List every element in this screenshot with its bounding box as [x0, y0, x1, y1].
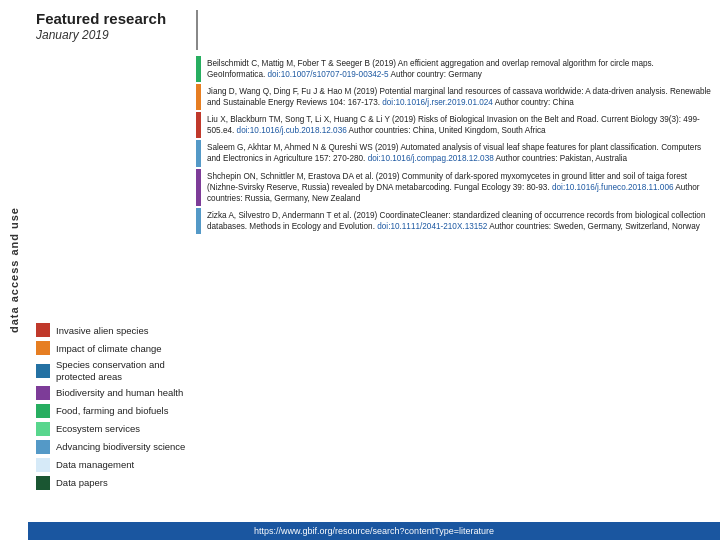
legend-item: Food, farming and biofuels — [36, 404, 196, 418]
legend-item-label: Ecosystem services — [56, 423, 140, 434]
article-entry: Liu X, Blackburn TM, Song T, Li X, Huang… — [196, 112, 712, 138]
article-color-bar — [196, 208, 201, 234]
doi-link[interactable]: doi:10.1007/s10707-019-00342-5 — [268, 70, 389, 79]
doi-link[interactable]: doi:10.1016/j.cub.2018.12.036 — [237, 126, 347, 135]
doi-link[interactable]: doi:10.1016/j.funeco.2018.11.006 — [552, 183, 674, 192]
article-entry: Shchepin ON, Schnittler M, Erastova DA e… — [196, 169, 712, 206]
legend-item-label: Invasive alien species — [56, 325, 148, 336]
article-text: Beilschmidt C, Mattig M, Fober T & Seege… — [207, 56, 712, 82]
content-area: Invasive alien species Impact of climate… — [36, 56, 712, 518]
articles-list: Beilschmidt C, Mattig M, Fober T & Seege… — [196, 56, 712, 518]
legend-item: Advancing biodiversity science — [36, 440, 196, 454]
article-color-bar — [196, 169, 201, 206]
legend-item-label: Advancing biodiversity science — [56, 441, 185, 452]
legend-item: Data management — [36, 458, 196, 472]
main-content: Featured research January 2019 Invasive … — [28, 0, 720, 540]
legend-color-swatch — [36, 440, 50, 454]
legend-item: Biodiversity and human health — [36, 386, 196, 400]
legend-item: Ecosystem services — [36, 422, 196, 436]
featured-research-subtitle: January 2019 — [36, 28, 186, 42]
header-divider — [196, 10, 198, 50]
legend-color-swatch — [36, 341, 50, 355]
article-color-bar — [196, 84, 201, 110]
legend-color-swatch — [36, 323, 50, 337]
doi-link[interactable]: doi:10.1111/2041-210X.13152 — [377, 222, 487, 231]
footer-url[interactable]: https://www.gbif.org/resource/search?con… — [28, 522, 720, 540]
article-text: Saleem G, Akhtar M, Ahmed N & Qureshi WS… — [207, 140, 712, 166]
legend-item: Species conservation and protected areas — [36, 359, 196, 382]
article-text: Jiang D, Wang Q, Ding F, Fu J & Hao M (2… — [207, 84, 712, 110]
article-color-bar — [196, 56, 201, 82]
article-entry: Beilschmidt C, Mattig M, Fober T & Seege… — [196, 56, 712, 82]
sidebar: data access and use — [0, 0, 28, 540]
legend-item-label: Data management — [56, 459, 134, 470]
article-color-bar — [196, 140, 201, 166]
legend-color-swatch — [36, 476, 50, 490]
legend-item-label: Data papers — [56, 477, 108, 488]
header-title-block: Featured research January 2019 — [36, 10, 196, 42]
article-text: Shchepin ON, Schnittler M, Erastova DA e… — [207, 169, 712, 206]
article-entry: Zizka A, Silvestro D, Andermann T et al.… — [196, 208, 712, 234]
article-text: Zizka A, Silvestro D, Andermann T et al.… — [207, 208, 712, 234]
legend: Invasive alien species Impact of climate… — [36, 56, 196, 518]
article-entry: Saleem G, Akhtar M, Ahmed N & Qureshi WS… — [196, 140, 712, 166]
legend-color-swatch — [36, 386, 50, 400]
legend-item-label: Biodiversity and human health — [56, 387, 183, 398]
legend-color-swatch — [36, 458, 50, 472]
legend-item-label: Food, farming and biofuels — [56, 405, 168, 416]
legend-item: Data papers — [36, 476, 196, 490]
legend-color-swatch — [36, 404, 50, 418]
article-text: Liu X, Blackburn TM, Song T, Li X, Huang… — [207, 112, 712, 138]
header: Featured research January 2019 — [36, 10, 712, 50]
legend-color-swatch — [36, 364, 50, 378]
article-color-bar — [196, 112, 201, 138]
legend-item-label: Impact of climate change — [56, 343, 162, 354]
legend-item-label: Species conservation and protected areas — [56, 359, 196, 382]
legend-color-swatch — [36, 422, 50, 436]
sidebar-label: data access and use — [8, 207, 20, 333]
article-entry: Jiang D, Wang Q, Ding F, Fu J & Hao M (2… — [196, 84, 712, 110]
featured-research-title: Featured research — [36, 10, 186, 28]
doi-link[interactable]: doi:10.1016/j.rser.2019.01.024 — [382, 98, 493, 107]
legend-item: Invasive alien species — [36, 323, 196, 337]
legend-item: Impact of climate change — [36, 341, 196, 355]
doi-link[interactable]: doi:10.1016/j.compag.2018.12.038 — [368, 154, 494, 163]
